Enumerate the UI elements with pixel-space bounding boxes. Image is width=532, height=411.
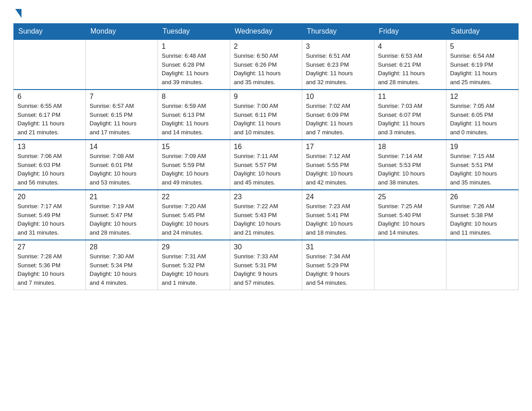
calendar-cell: 6Sunrise: 6:55 AM Sunset: 6:17 PM Daylig… — [14, 90, 86, 140]
day-info: Sunrise: 7:22 AM Sunset: 5:43 PM Dayligh… — [234, 202, 298, 237]
calendar-cell: 15Sunrise: 7:09 AM Sunset: 5:59 PM Dayli… — [158, 140, 230, 190]
day-number: 31 — [306, 243, 370, 251]
day-number: 8 — [162, 93, 226, 101]
calendar-week-row: 13Sunrise: 7:06 AM Sunset: 6:03 PM Dayli… — [14, 140, 519, 190]
day-number: 19 — [450, 143, 515, 151]
day-info: Sunrise: 6:59 AM Sunset: 6:13 PM Dayligh… — [162, 102, 226, 137]
calendar-cell: 22Sunrise: 7:20 AM Sunset: 5:45 PM Dayli… — [158, 190, 230, 240]
day-number: 18 — [378, 143, 442, 151]
calendar-cell: 14Sunrise: 7:08 AM Sunset: 6:01 PM Dayli… — [86, 140, 158, 190]
calendar-cell: 31Sunrise: 7:34 AM Sunset: 5:29 PM Dayli… — [302, 240, 374, 290]
day-number: 9 — [234, 93, 298, 101]
calendar-cell — [446, 240, 519, 290]
calendar-week-row: 1Sunrise: 6:48 AM Sunset: 6:28 PM Daylig… — [14, 39, 519, 90]
day-number: 15 — [162, 143, 226, 151]
page-header — [13, 9, 519, 19]
day-info: Sunrise: 7:02 AM Sunset: 6:09 PM Dayligh… — [306, 102, 370, 137]
calendar-cell: 13Sunrise: 7:06 AM Sunset: 6:03 PM Dayli… — [14, 140, 86, 190]
calendar-cell: 20Sunrise: 7:17 AM Sunset: 5:49 PM Dayli… — [14, 190, 86, 240]
weekday-header-sunday: Sunday — [14, 24, 86, 40]
day-info: Sunrise: 7:28 AM Sunset: 5:36 PM Dayligh… — [17, 252, 82, 287]
calendar-cell — [86, 39, 158, 90]
day-info: Sunrise: 7:11 AM Sunset: 5:57 PM Dayligh… — [234, 152, 298, 187]
day-number: 11 — [378, 93, 442, 101]
calendar-cell: 26Sunrise: 7:26 AM Sunset: 5:38 PM Dayli… — [446, 190, 519, 240]
calendar-cell: 5Sunrise: 6:54 AM Sunset: 6:19 PM Daylig… — [446, 39, 519, 90]
calendar-cell: 27Sunrise: 7:28 AM Sunset: 5:36 PM Dayli… — [14, 240, 86, 290]
day-info: Sunrise: 7:08 AM Sunset: 6:01 PM Dayligh… — [90, 152, 154, 187]
calendar-cell: 7Sunrise: 6:57 AM Sunset: 6:15 PM Daylig… — [86, 90, 158, 140]
day-info: Sunrise: 7:19 AM Sunset: 5:47 PM Dayligh… — [90, 202, 154, 237]
calendar-cell: 24Sunrise: 7:23 AM Sunset: 5:41 PM Dayli… — [302, 190, 374, 240]
calendar-week-row: 6Sunrise: 6:55 AM Sunset: 6:17 PM Daylig… — [14, 90, 519, 140]
calendar-cell: 18Sunrise: 7:14 AM Sunset: 5:53 PM Dayli… — [374, 140, 446, 190]
weekday-header-thursday: Thursday — [302, 24, 374, 40]
day-info: Sunrise: 7:25 AM Sunset: 5:40 PM Dayligh… — [378, 202, 442, 237]
calendar-week-row: 20Sunrise: 7:17 AM Sunset: 5:49 PM Dayli… — [14, 190, 519, 240]
day-number: 28 — [90, 243, 154, 251]
day-info: Sunrise: 7:20 AM Sunset: 5:45 PM Dayligh… — [162, 202, 226, 237]
calendar-cell: 16Sunrise: 7:11 AM Sunset: 5:57 PM Dayli… — [230, 140, 302, 190]
calendar-cell: 10Sunrise: 7:02 AM Sunset: 6:09 PM Dayli… — [302, 90, 374, 140]
day-info: Sunrise: 7:12 AM Sunset: 5:55 PM Dayligh… — [306, 152, 370, 187]
calendar-cell: 1Sunrise: 6:48 AM Sunset: 6:28 PM Daylig… — [158, 39, 230, 90]
calendar-cell: 11Sunrise: 7:03 AM Sunset: 6:07 PM Dayli… — [374, 90, 446, 140]
weekday-header-monday: Monday — [86, 24, 158, 40]
day-info: Sunrise: 6:55 AM Sunset: 6:17 PM Dayligh… — [17, 102, 82, 137]
day-number: 12 — [450, 93, 515, 101]
calendar-cell: 3Sunrise: 6:51 AM Sunset: 6:23 PM Daylig… — [302, 39, 374, 90]
day-number: 10 — [306, 93, 370, 101]
day-number: 30 — [234, 243, 298, 251]
day-number: 3 — [306, 43, 370, 51]
day-info: Sunrise: 6:51 AM Sunset: 6:23 PM Dayligh… — [306, 51, 370, 86]
day-number: 4 — [378, 43, 442, 51]
day-info: Sunrise: 7:31 AM Sunset: 5:32 PM Dayligh… — [162, 252, 226, 287]
day-info: Sunrise: 7:00 AM Sunset: 6:11 PM Dayligh… — [234, 102, 298, 137]
day-number: 7 — [90, 93, 154, 101]
day-info: Sunrise: 7:09 AM Sunset: 5:59 PM Dayligh… — [162, 152, 226, 187]
day-number: 13 — [17, 143, 82, 151]
day-info: Sunrise: 6:57 AM Sunset: 6:15 PM Dayligh… — [90, 102, 154, 137]
day-info: Sunrise: 6:53 AM Sunset: 6:21 PM Dayligh… — [378, 51, 442, 86]
weekday-header-wednesday: Wednesday — [230, 24, 302, 40]
day-info: Sunrise: 7:26 AM Sunset: 5:38 PM Dayligh… — [450, 202, 515, 237]
day-number: 24 — [306, 193, 370, 201]
day-number: 22 — [162, 193, 226, 201]
logo — [13, 9, 21, 19]
day-info: Sunrise: 7:34 AM Sunset: 5:29 PM Dayligh… — [306, 252, 370, 287]
calendar-cell: 19Sunrise: 7:15 AM Sunset: 5:51 PM Dayli… — [446, 140, 519, 190]
day-info: Sunrise: 6:48 AM Sunset: 6:28 PM Dayligh… — [162, 51, 226, 86]
calendar-cell: 30Sunrise: 7:33 AM Sunset: 5:31 PM Dayli… — [230, 240, 302, 290]
day-number: 25 — [378, 193, 442, 201]
calendar-cell: 21Sunrise: 7:19 AM Sunset: 5:47 PM Dayli… — [86, 190, 158, 240]
day-info: Sunrise: 7:23 AM Sunset: 5:41 PM Dayligh… — [306, 202, 370, 237]
day-number: 14 — [90, 143, 154, 151]
day-info: Sunrise: 7:15 AM Sunset: 5:51 PM Dayligh… — [450, 152, 515, 187]
day-number: 23 — [234, 193, 298, 201]
calendar-cell — [374, 240, 446, 290]
day-info: Sunrise: 6:50 AM Sunset: 6:26 PM Dayligh… — [234, 51, 298, 86]
day-number: 27 — [17, 243, 82, 251]
calendar-cell: 9Sunrise: 7:00 AM Sunset: 6:11 PM Daylig… — [230, 90, 302, 140]
day-number: 2 — [234, 43, 298, 51]
day-number: 26 — [450, 193, 515, 201]
day-info: Sunrise: 7:14 AM Sunset: 5:53 PM Dayligh… — [378, 152, 442, 187]
calendar-cell: 17Sunrise: 7:12 AM Sunset: 5:55 PM Dayli… — [302, 140, 374, 190]
day-number: 29 — [162, 243, 226, 251]
day-number: 16 — [234, 143, 298, 151]
weekday-header-saturday: Saturday — [446, 24, 519, 40]
day-number: 1 — [162, 43, 226, 51]
calendar-cell: 2Sunrise: 6:50 AM Sunset: 6:26 PM Daylig… — [230, 39, 302, 90]
day-number: 5 — [450, 43, 515, 51]
day-info: Sunrise: 7:06 AM Sunset: 6:03 PM Dayligh… — [17, 152, 82, 187]
day-number: 21 — [90, 193, 154, 201]
calendar-week-row: 27Sunrise: 7:28 AM Sunset: 5:36 PM Dayli… — [14, 240, 519, 290]
weekday-header-row: SundayMondayTuesdayWednesdayThursdayFrid… — [14, 24, 519, 40]
calendar-cell — [14, 39, 86, 90]
calendar-cell: 29Sunrise: 7:31 AM Sunset: 5:32 PM Dayli… — [158, 240, 230, 290]
day-info: Sunrise: 7:03 AM Sunset: 6:07 PM Dayligh… — [378, 102, 442, 137]
day-info: Sunrise: 7:17 AM Sunset: 5:49 PM Dayligh… — [17, 202, 82, 237]
calendar-cell: 23Sunrise: 7:22 AM Sunset: 5:43 PM Dayli… — [230, 190, 302, 240]
weekday-header-friday: Friday — [374, 24, 446, 40]
day-info: Sunrise: 7:33 AM Sunset: 5:31 PM Dayligh… — [234, 252, 298, 287]
